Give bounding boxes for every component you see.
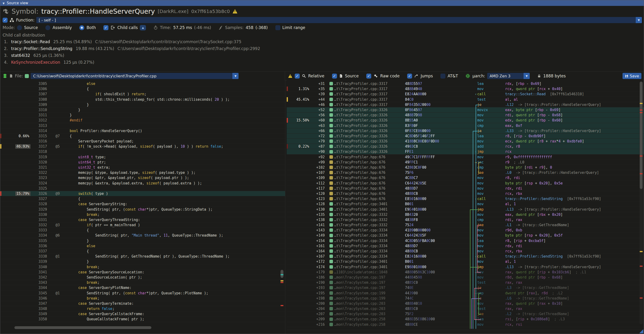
asm-row[interactable]: +179…1103\include\atomic:1048488B05B63C1… xyxy=(287,270,644,275)
source-line[interactable]: 3348 return false; xyxy=(0,306,285,311)
mode-radio-both[interactable] xyxy=(79,25,84,30)
source-line[interactable]: 3330 break; xyxy=(0,212,285,217)
source-line[interactable]: 3312#endif xyxy=(0,118,285,123)
source-line[interactable]: 3346 break; xyxy=(0,296,285,301)
source-line[interactable]: 3310 } xyxy=(0,107,285,113)
source-line[interactable]: 3321 uint32_t extra; xyxy=(0,165,285,170)
asm-row[interactable]: +128…t\TracyProfiler.cpp:3401B001moval, … xyxy=(287,201,644,207)
asm-location[interactable]: …t\TracyProfiler.cpp:3317 xyxy=(334,81,405,86)
source-line[interactable]: 3331 case ServerQueryThreadString: xyxy=(0,217,285,222)
source-line[interactable]: 3324 memcpy( &extra, &payload.extra, siz… xyxy=(0,181,285,186)
asm-row[interactable]: 0.22%+87…t\TracyProfiler.cpp:33264903C8a… xyxy=(287,144,644,149)
source-line[interactable]: 46.93%3317@5 if( !m_sock->Read( &payload… xyxy=(0,144,285,149)
asm-row[interactable]: +107…t\TracyProfiler.hpp:67675F6jne.L0 -… xyxy=(287,170,644,175)
child-calls-label[interactable]: Child calls xyxy=(117,25,138,30)
child-call-row[interactable]: 1.tracy::Socket::Read25.25 ms (54.89%)C:… xyxy=(2,38,642,45)
asm-location[interactable]: …t\TracyProfiler.cpp:3334 xyxy=(334,233,405,238)
function-combo-arrow-icon[interactable]: ▼ xyxy=(636,17,642,23)
asm-vertical-scrollbar[interactable] xyxy=(640,81,643,324)
jumps-checkbox[interactable]: ✓ xyxy=(407,74,412,79)
asm-row[interactable]: +46…t\TracyProfiler.cpp:33170F8435020000… xyxy=(287,102,644,107)
source-horizontal-scrollbar[interactable] xyxy=(14,326,152,329)
asm-location[interactable]: …t\TracyProfiler.hpp:676 xyxy=(334,175,405,180)
source-line[interactable]: 3316 ServerQueryPacket payload; xyxy=(0,139,285,144)
asm-row[interactable]: +141…t\TracyProfiler.cpp:33327524jne.L1 … xyxy=(287,222,644,228)
asm-row[interactable]: +193…mon\TracySystem.cpp:197740Eje.L3 ->… xyxy=(287,285,644,290)
asm-row[interactable]: +72…t\TracyProfiler.cpp:33264C8D05F146F2… xyxy=(287,134,644,139)
source-line[interactable]: 0.66%3315@7{ xyxy=(0,134,285,139)
asm-row[interactable]: 1.31%+35…t\TracyProfiler.cpp:3317488B494… xyxy=(287,86,644,92)
source-line[interactable]: 3334@6 SendString( ptr, "Main thread", 1… xyxy=(0,233,285,238)
asm-row[interactable]: +195…mon\TracySystem.cpp:199443900→cmpdw… xyxy=(287,291,644,296)
asm-row[interactable]: 15.50%+60…t\TracyProfiler.cpp:33268B55A0… xyxy=(287,118,644,123)
uarch-combo-arrow-icon[interactable]: ▼ xyxy=(524,73,530,79)
asm-location[interactable]: …t\TracyProfiler.cpp:3401 xyxy=(334,259,405,264)
raw-code-label[interactable]: Raw code xyxy=(380,74,400,78)
asm-location[interactable]: …t\TracyProfiler.cpp:3317 xyxy=(334,92,405,96)
att-label[interactable]: AT&T xyxy=(448,74,458,78)
asm-row[interactable]: +123…t\TracyProfiler.hpp:676E850160000‹c… xyxy=(287,196,644,201)
collapse-icon[interactable]: ▼ xyxy=(2,2,4,5)
asm-location[interactable]: …t\TracyProfiler.cpp:3317 xyxy=(334,97,405,102)
source-line[interactable]: 3340 break; xyxy=(0,264,285,270)
source-line[interactable]: 3345@1 SendString( ptr, (const char*)ptr… xyxy=(0,291,285,296)
source-line[interactable]: 3329 SendString( ptr, (const char*)ptr, … xyxy=(0,207,285,212)
source-line[interactable]: 3322 memcpy( &type, &payload.type, sizeo… xyxy=(0,170,285,175)
asm-location[interactable]: …t\TracyProfiler.hpp:676 xyxy=(334,191,405,196)
source-line[interactable]: 3314bool Profiler::HandleServerQuery() xyxy=(0,128,285,134)
source-line[interactable]: 3309 } xyxy=(0,102,285,107)
asm-row[interactable]: 45.41%+44…t\TracyProfiler.cpp:331784C0te… xyxy=(287,97,644,102)
asm-location[interactable]: …t\TracyProfiler.cpp:3326 xyxy=(334,128,405,133)
source-line[interactable]: 3313 xyxy=(0,123,285,128)
asm-row[interactable]: +102…t\TracyProfiler.hpp:67642803C0F00cm… xyxy=(287,165,644,170)
source-line[interactable]: 3339 } xyxy=(0,259,285,264)
asm-location[interactable]: …t\TracyProfiler.hpp:676 xyxy=(334,160,405,165)
asm-location[interactable]: …mon\TracySystem.cpp:258 xyxy=(334,322,405,327)
source-line[interactable]: 3344 case ServerQueryPlotName: xyxy=(0,285,285,290)
asm-row[interactable]: +52…t\TracyProfiler.cpp:33260FB64597movz… xyxy=(287,107,644,113)
mode-radio-source-label[interactable]: Source xyxy=(24,25,38,30)
source-scrollbar-thumb[interactable] xyxy=(280,270,284,278)
limit-range-label[interactable]: Limit range xyxy=(282,25,305,30)
source-line[interactable]: 3343 break; xyxy=(0,280,285,285)
asm-location[interactable]: …t\TracyProfiler.hpp:676 xyxy=(334,170,405,175)
source-label[interactable]: Source xyxy=(345,74,359,78)
mode-radio-both-label[interactable]: Both xyxy=(86,25,96,30)
asm-location[interactable]: …mon\TracySystem.cpp:203 xyxy=(334,311,405,316)
asm-row[interactable]: +186…mon\TracySystem.cpp:197448B4598movr… xyxy=(287,275,644,280)
asm-location[interactable]: …t\TracyProfiler.cpp:3317 xyxy=(334,86,405,91)
resize-grip[interactable] xyxy=(639,329,643,333)
relative-checkbox[interactable]: ✓ xyxy=(295,74,300,79)
asm-location[interactable]: …t\TracyProfiler.cpp:3326 xyxy=(334,113,405,118)
asm-location[interactable]: …t\TracyProfiler.cpp:3326 xyxy=(334,144,405,149)
asm-row[interactable]: +117…t\TracyProfiler.hpp:676488BD7movrdx… xyxy=(287,186,644,191)
source-line[interactable]: 3319 uint8_t type; xyxy=(0,155,285,160)
parent-frame-button[interactable]: ▲ xyxy=(140,25,146,30)
asm-scrollbar-thumb[interactable] xyxy=(640,82,642,189)
source-line[interactable]: 3332@3 if( ptr == m_mainThread ) xyxy=(0,222,285,228)
source-line[interactable]: 3341 case ServerQuerySourceLocation: xyxy=(0,270,285,275)
asm-row[interactable]: +92…t\TracyProfiler.hpp:67649C7C1FFFFFFF… xyxy=(287,155,644,160)
asm-row[interactable]: +31…t\TracyProfiler.cpp:3317488D5597lear… xyxy=(287,81,644,86)
asm-location[interactable]: …t\TracyProfiler.hpp:676 xyxy=(334,196,405,201)
source-line[interactable]: 3325 xyxy=(0,186,285,191)
asm-location[interactable]: …t\TracyProfiler.cpp:3332 xyxy=(334,222,405,227)
child-call-row[interactable]: 3.stat64i32625 µs (1.36%) xyxy=(2,52,642,59)
source-line[interactable]: 3323 memcpy( &ptr, &payload.ptr, sizeof(… xyxy=(0,175,285,180)
asm-row[interactable]: +198…mon\TracySystem.cpp:199744Cje.L6 ->… xyxy=(287,296,644,301)
asm-location[interactable]: …t\TracyProfiler.hpp:676 xyxy=(334,186,405,191)
asm-location[interactable]: …t\TracyProfiler.cpp:3334 xyxy=(334,243,405,248)
asm-row[interactable]: +174…t\TracyProfiler.cpp:3401E9B8010000j… xyxy=(287,264,644,270)
asm-location[interactable]: …t\TracyProfiler.cpp:3326 xyxy=(334,118,405,123)
function-checkbox[interactable]: ✓ xyxy=(2,18,8,23)
child-calls-checkbox[interactable]: ✓ xyxy=(104,25,108,30)
source-line[interactable]: 3311} xyxy=(0,113,285,118)
source-line[interactable]: 3338@1 SendString( ptr, GetThreadName( p… xyxy=(0,254,285,259)
asm-location[interactable]: …mon\TracySystem.cpp:197 xyxy=(334,285,405,290)
source-line[interactable]: 3337 { xyxy=(0,249,285,254)
asm-row[interactable]: +216…mon\TracySystem.cpp:258488BCEmovrcx… xyxy=(287,322,644,327)
mode-radio-assembly[interactable] xyxy=(45,25,50,30)
asm-row[interactable]: +109…t\TracyProfiler.hpp:6764C8BC7movr8,… xyxy=(287,175,644,180)
asm-location[interactable]: …t\TracyProfiler.cpp:3326 xyxy=(334,149,405,154)
asm-location[interactable]: …mon\TracySystem.cpp:258 xyxy=(334,317,405,322)
